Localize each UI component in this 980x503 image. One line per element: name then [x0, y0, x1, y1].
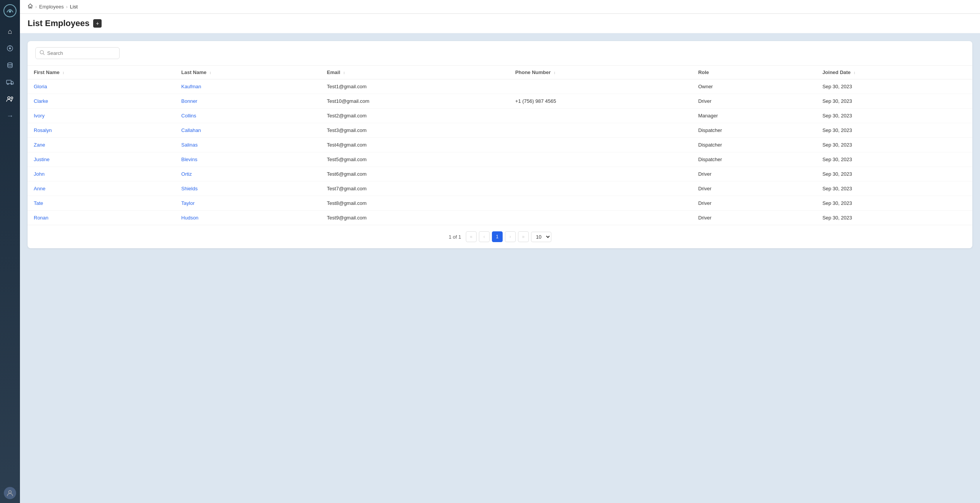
- last-name-link[interactable]: Callahan: [181, 127, 201, 133]
- last-page-button[interactable]: »: [518, 231, 529, 242]
- database-icon[interactable]: [3, 58, 17, 72]
- col-email[interactable]: Email ↕: [321, 66, 509, 79]
- first-name-link[interactable]: Gloria: [34, 84, 47, 89]
- cell-role: Driver: [692, 211, 816, 225]
- first-name-link[interactable]: Ronan: [34, 215, 48, 221]
- cell-role: Driver: [692, 196, 816, 211]
- search-input-wrap: [35, 47, 120, 59]
- employees-table: First Name ↕ Last Name ↕ Email ↕ Phone N…: [28, 66, 972, 225]
- last-name-link[interactable]: Ortiz: [181, 171, 192, 177]
- first-name-link[interactable]: Tate: [34, 200, 43, 206]
- cell-joined-date: Sep 30, 2023: [816, 79, 972, 94]
- search-input[interactable]: [47, 50, 115, 56]
- breadcrumb-employees[interactable]: Employees: [39, 4, 64, 10]
- breadcrumb: › Employees › List: [20, 0, 980, 14]
- last-name-link[interactable]: Taylor: [181, 200, 195, 206]
- cell-email: Test1@gmail.com: [321, 79, 509, 94]
- cell-last-name: Hudson: [175, 211, 321, 225]
- cell-email: Test3@gmail.com: [321, 123, 509, 138]
- cell-first-name: Ivory: [28, 109, 175, 123]
- first-name-link[interactable]: Rosalyn: [34, 127, 52, 133]
- home-icon[interactable]: ⌂: [3, 25, 17, 38]
- table-row: Clarke Bonner Test10@gmail.com +1 (756) …: [28, 94, 972, 109]
- cell-email: Test2@gmail.com: [321, 109, 509, 123]
- cell-first-name: Gloria: [28, 79, 175, 94]
- cell-first-name: Clarke: [28, 94, 175, 109]
- cell-email: Test10@gmail.com: [321, 94, 509, 109]
- table-row: Justine Blevins Test5@gmail.com Dispatch…: [28, 152, 972, 167]
- first-name-link[interactable]: Clarke: [34, 98, 48, 104]
- dashboard-icon[interactable]: [3, 41, 17, 55]
- page-1-button[interactable]: 1: [492, 231, 503, 242]
- cell-phone: [509, 167, 692, 181]
- cell-last-name: Collins: [175, 109, 321, 123]
- cell-role: Driver: [692, 167, 816, 181]
- first-page-button[interactable]: «: [466, 231, 477, 242]
- per-page-select[interactable]: 10 25 50: [531, 232, 551, 242]
- first-name-link[interactable]: Justine: [34, 157, 49, 162]
- svg-rect-6: [7, 80, 11, 84]
- cell-email: Test5@gmail.com: [321, 152, 509, 167]
- content-area: First Name ↕ Last Name ↕ Email ↕ Phone N…: [20, 33, 980, 503]
- prev-page-button[interactable]: ‹: [479, 231, 490, 242]
- arrow-icon[interactable]: →: [3, 109, 17, 123]
- search-icon: [39, 50, 45, 56]
- sort-joined-icon: ↕: [853, 71, 855, 75]
- cell-last-name: Bonner: [175, 94, 321, 109]
- cell-joined-date: Sep 30, 2023: [816, 181, 972, 196]
- cell-phone: [509, 152, 692, 167]
- first-name-link[interactable]: Ivory: [34, 113, 44, 119]
- cell-phone: +1 (756) 987 4565: [509, 94, 692, 109]
- last-name-link[interactable]: Blevins: [181, 157, 197, 162]
- people-icon[interactable]: [3, 92, 17, 106]
- last-name-link[interactable]: Salinas: [181, 142, 198, 148]
- main-content: › Employees › List List Employees +: [20, 0, 980, 503]
- table-header-row: First Name ↕ Last Name ↕ Email ↕ Phone N…: [28, 66, 972, 79]
- last-name-link[interactable]: Kaufman: [181, 84, 201, 89]
- sort-first-name-icon: ↕: [62, 71, 64, 75]
- add-employee-button[interactable]: +: [93, 19, 102, 28]
- cell-joined-date: Sep 30, 2023: [816, 94, 972, 109]
- col-phone[interactable]: Phone Number ↕: [509, 66, 692, 79]
- cell-joined-date: Sep 30, 2023: [816, 109, 972, 123]
- first-name-link[interactable]: Zane: [34, 142, 45, 148]
- col-first-name[interactable]: First Name ↕: [28, 66, 175, 79]
- sort-last-name-icon: ↕: [209, 71, 211, 75]
- svg-point-1: [9, 10, 11, 13]
- cell-role: Manager: [692, 109, 816, 123]
- svg-point-7: [7, 84, 8, 85]
- last-name-link[interactable]: Shields: [181, 186, 198, 191]
- cell-joined-date: Sep 30, 2023: [816, 123, 972, 138]
- last-name-link[interactable]: Bonner: [181, 98, 197, 104]
- last-name-link[interactable]: Hudson: [181, 215, 199, 221]
- next-page-button[interactable]: ›: [505, 231, 516, 242]
- user-avatar[interactable]: [4, 487, 16, 499]
- sidebar: ⌂ →: [0, 0, 20, 503]
- last-name-link[interactable]: Collins: [181, 113, 196, 119]
- svg-line-13: [43, 54, 45, 55]
- cell-joined-date: Sep 30, 2023: [816, 167, 972, 181]
- cell-first-name: John: [28, 167, 175, 181]
- cell-last-name: Salinas: [175, 138, 321, 152]
- cell-first-name: Zane: [28, 138, 175, 152]
- home-breadcrumb-icon[interactable]: [28, 3, 33, 10]
- svg-point-9: [8, 97, 10, 99]
- table-row: Ronan Hudson Test9@gmail.com Driver Sep …: [28, 211, 972, 225]
- svg-point-5: [8, 63, 12, 65]
- cell-phone: [509, 123, 692, 138]
- cell-first-name: Tate: [28, 196, 175, 211]
- cell-last-name: Shields: [175, 181, 321, 196]
- col-joined-date[interactable]: Joined Date ↕: [816, 66, 972, 79]
- cell-last-name: Kaufman: [175, 79, 321, 94]
- cell-first-name: Anne: [28, 181, 175, 196]
- svg-point-3: [9, 48, 11, 49]
- first-name-link[interactable]: Anne: [34, 186, 45, 191]
- cell-phone: [509, 79, 692, 94]
- first-name-link[interactable]: John: [34, 171, 44, 177]
- cell-last-name: Callahan: [175, 123, 321, 138]
- cell-role: Driver: [692, 181, 816, 196]
- sort-email-icon: ↕: [343, 71, 345, 75]
- col-last-name[interactable]: Last Name ↕: [175, 66, 321, 79]
- cell-email: Test6@gmail.com: [321, 167, 509, 181]
- truck-icon[interactable]: [3, 75, 17, 89]
